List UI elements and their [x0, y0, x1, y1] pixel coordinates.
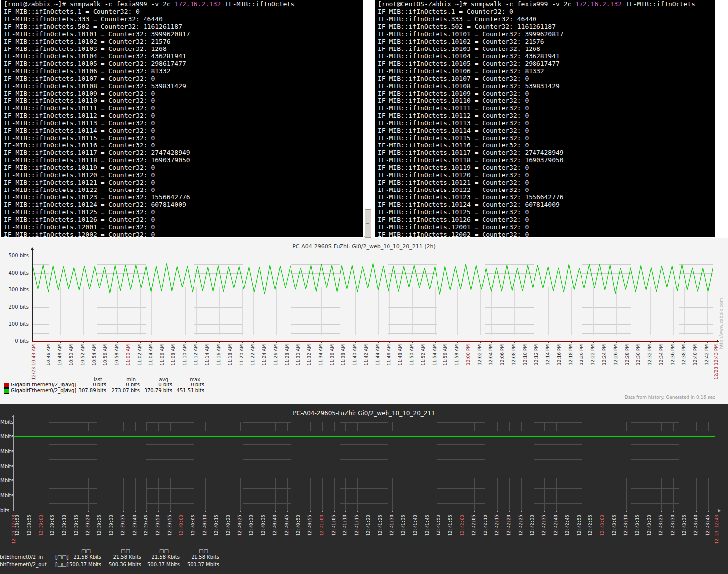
terminal-output-line: IF-MIB::ifInOctets.502 = Counter32: 1161… — [4, 23, 363, 30]
terminal-output-line: IF-MIB::ifInOctets.10113 = Counter32: 0 — [378, 119, 715, 127]
terminal-output-line: IF-MIB::ifInOctets.10119 = Counter32: 0 — [4, 164, 363, 171]
x-axis-tick-label: 12:42:25 — [518, 515, 524, 536]
terminal-output-line: IF-MIB::ifInOctets.10104 = Counter32: 43… — [378, 52, 715, 60]
scrollbar-thumb[interactable] — [365, 209, 371, 238]
terminal-output-line: IF-MIB::ifInOctets.10121 = Counter32: 0 — [378, 179, 715, 186]
x-axis-tick-label: 11:26 AM — [273, 344, 279, 366]
terminal-output-line: IF-MIB::ifInOctets.10118 = Counter32: 16… — [378, 156, 715, 164]
grid-line-vertical — [53, 422, 53, 511]
grid-line-horizontal — [13, 503, 715, 504]
prompt-and-command: [root@zabbix ~]# snmpwalk -c fexia999 -v… — [4, 0, 174, 8]
grid-line-vertical — [451, 422, 451, 511]
x-axis-tick-label: 11:32 AM — [307, 344, 312, 366]
grid-line-vertical — [521, 422, 522, 511]
terminal-output-line: IF-MIB::ifInOctets.10115 = Counter32: 0 — [4, 134, 363, 142]
legend-column-header: avg — [133, 377, 168, 382]
x-axis-tick-label: 12:42:50 — [577, 515, 582, 536]
x-axis-tick-label: 12:39:20 — [85, 515, 91, 536]
x-axis-tick-label: 11:24 AM — [262, 344, 267, 366]
x-axis-tick-label: 11:54 AM — [432, 344, 437, 366]
x-axis-tick-label: 12:42:10 — [483, 515, 488, 536]
x-axis-tick-label: 11:10 AM — [182, 344, 188, 366]
x-axis-baseline — [32, 341, 717, 342]
x-axis-tick-label: 11:06 AM — [160, 344, 165, 366]
x-axis-tick-label: 12:43:30 — [670, 515, 676, 536]
grid-line-vertical — [568, 422, 568, 511]
legend-series-name: GigabitEthernet0/2_in — [11, 382, 65, 387]
grid-line-vertical — [615, 422, 615, 511]
grid-line-vertical — [334, 422, 335, 511]
x-axis-tick-label: 12:38:55 — [27, 515, 32, 536]
terminal-output-line: IF-MIB::ifInOctets.10106 = Counter32: 81… — [378, 67, 715, 75]
grid-line-vertical — [205, 422, 206, 511]
grid-line-vertical — [357, 422, 358, 511]
y-axis-arrow-icon — [12, 415, 15, 417]
grid-line-vertical — [685, 422, 685, 511]
terminal-output-line: IF-MIB::ifInOctets.10103 = Counter32: 12… — [4, 45, 363, 52]
terminal-output-line: IF-MIB::ifInOctets.10126 = Counter32: 0 — [378, 216, 715, 223]
terminal-output-line: IF-MIB::ifInOctets.10113 = Counter32: 0 — [4, 119, 363, 127]
x-axis-tick-label: 11:44 AM — [375, 344, 381, 366]
x-axis-tick-label: 12:26 PM — [613, 344, 619, 365]
x-axis-tick-label: 12:41:35 — [401, 515, 406, 536]
x-axis-tick-label: 12:39:55 — [167, 515, 173, 536]
x-axis-tick-label: 12:42:15 — [494, 515, 500, 536]
x-axis-tick-label: 11:08 AM — [171, 344, 176, 366]
terminal-scrollbar[interactable] — [364, 0, 371, 237]
grid-line-vertical — [486, 422, 486, 511]
x-axis-tick-label: 12:41:20 — [366, 515, 371, 536]
grid-line-horizontal — [13, 481, 715, 481]
x-axis-tick-label: 12:06 PM — [500, 344, 505, 365]
grid-line-vertical — [146, 422, 147, 511]
y-axis-tick-label: 300 bits — [0, 287, 29, 292]
x-axis-arrow-icon — [718, 509, 721, 512]
x-axis-tick-label: 11:34 AM — [318, 344, 324, 366]
x-axis-tick-label: 12:40:00 — [179, 515, 184, 536]
grid-line-vertical — [638, 422, 638, 511]
grid-line-vertical — [392, 422, 393, 511]
x-axis-tick-label: 10:58 AM — [114, 344, 120, 366]
grid-line-vertical — [556, 422, 557, 511]
x-axis-tick-label: 12:39:15 — [74, 515, 79, 536]
x-axis-tick-label: 12:40:50 — [296, 515, 301, 536]
legend-stat-value: 500.37 Mbits — [172, 562, 219, 567]
grid-line-horizontal — [13, 444, 715, 445]
x-axis-tick-label: 12:28 PM — [625, 344, 630, 365]
grid-line-vertical — [603, 422, 603, 511]
grid-line-horizontal — [13, 474, 715, 474]
x-axis-tick-label: 12:14 PM — [545, 344, 551, 365]
terminal-output-line: IF-MIB::ifInOctets.10102 = Counter32: 21… — [4, 38, 363, 45]
x-axis-tick-label: 11:40 AM — [352, 344, 358, 366]
terminal-output-line: IF-MIB::ifInOctets.10126 = Counter32: 0 — [4, 216, 363, 223]
terminal-output-line: IF-MIB::ifInOctets.1 = Counter32: 0 — [4, 8, 363, 15]
grid-line-vertical — [88, 422, 89, 511]
x-axis-tick-label: 12:39:30 — [109, 515, 114, 536]
grid-line-vertical — [673, 422, 674, 511]
terminal-left: [root@zabbix ~]# snmpwalk -c fexia999 -v… — [1, 0, 363, 237]
ip-address: 172.16.2.132 — [575, 0, 622, 8]
x-axis-tick-label: 11:04 AM — [148, 344, 154, 366]
x-axis-tick-label: 12:40:30 — [249, 515, 254, 536]
terminal-output-line: IF-MIB::ifInOctets.10110 = Counter32: 0 — [378, 97, 715, 104]
terminal-output-line: IF-MIB::ifInOctets.12001 = Counter32: 0 — [378, 223, 715, 231]
grid-line-vertical — [240, 422, 241, 511]
terminal-output-line: IF-MIB::ifInOctets.12002 = Counter32: 0 — [378, 231, 715, 237]
grid-line-vertical — [275, 422, 276, 511]
y-axis-tick-label: 200 bits — [0, 304, 29, 310]
grid-line-vertical — [708, 422, 709, 511]
ip-address: 172.16.2.132 — [174, 0, 221, 8]
terminal-output-line: IF-MIB::ifInOctets.10107 = Counter32: 0 — [378, 75, 715, 82]
terminal-output-line: IF-MIB::ifInOctets.10106 = Counter32: 81… — [4, 67, 363, 75]
grid-line-vertical — [30, 422, 30, 511]
x-axis-tick-label: 12:40:25 — [237, 515, 243, 536]
terminal-output-line: IF-MIB::ifInOctets.10112 = Counter32: 0 — [4, 112, 363, 119]
x-axis-tick-label: 12:42:30 — [530, 515, 535, 536]
grid-line-vertical — [322, 422, 323, 511]
grid-line-vertical — [497, 422, 498, 511]
terminal-output-line: IF-MIB::ifInOctets.10105 = Counter32: 29… — [4, 60, 363, 67]
terminal-output-line: IF-MIB::ifInOctets.10104 = Counter32: 43… — [4, 52, 363, 60]
terminal-output-line: IF-MIB::ifInOctets.10122 = Counter32: 0 — [378, 186, 715, 193]
y-axis-tick-label: 100 bits — [0, 321, 29, 327]
zabbix-watermark: http://www.zabbix.com — [719, 298, 724, 349]
grid-line-vertical — [381, 422, 381, 511]
